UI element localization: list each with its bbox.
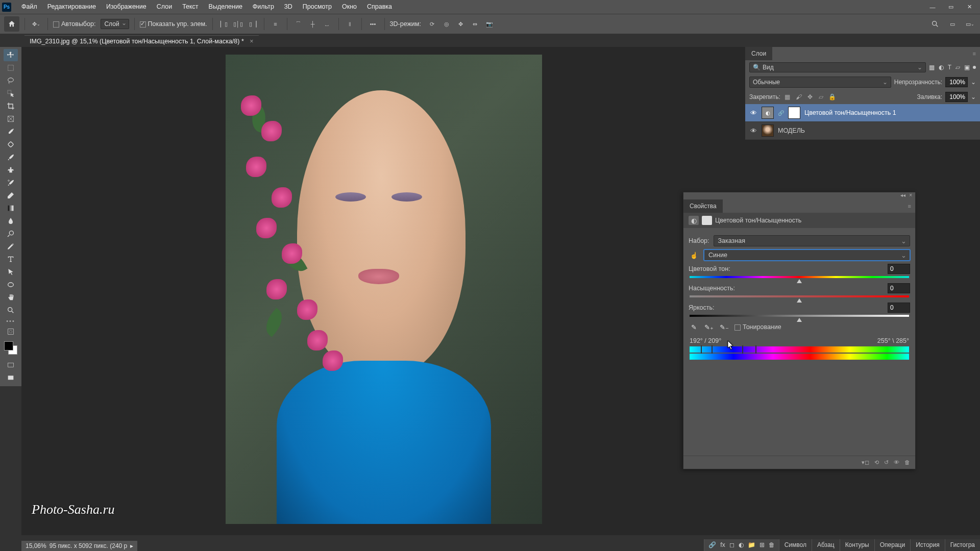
menu-window[interactable]: Окно xyxy=(337,0,362,14)
tab-close-icon[interactable]: × xyxy=(250,38,253,45)
status-menu-icon[interactable]: ▸ xyxy=(130,542,133,549)
menu-view[interactable]: Просмотр xyxy=(298,0,337,14)
menu-edit[interactable]: Редактирование xyxy=(42,0,101,14)
zoom-readout[interactable]: 15,06% xyxy=(26,542,46,549)
type-tool[interactable] xyxy=(4,253,18,265)
opacity-input[interactable]: 100% xyxy=(945,77,968,87)
zoom-tool[interactable] xyxy=(4,304,18,316)
gradient-tool[interactable] xyxy=(4,202,18,214)
new-layer-icon[interactable]: ⊞ xyxy=(760,541,765,549)
lock-all-icon[interactable]: 🔒 xyxy=(828,93,837,101)
delete-layer-icon[interactable]: 🗑 xyxy=(769,541,775,549)
align-top-icon[interactable]: ⎴ xyxy=(292,18,305,30)
targeted-adjust-icon[interactable]: ☝ xyxy=(689,249,700,261)
color-range-gradient-top[interactable] xyxy=(690,346,909,353)
document-canvas[interactable] xyxy=(226,55,542,524)
search-icon[interactable] xyxy=(929,18,941,30)
move-tool-icon[interactable]: ✥⌄ xyxy=(30,18,42,30)
toggle-visibility-icon[interactable]: 👁 xyxy=(894,459,899,466)
more-options-icon[interactable]: ••• xyxy=(367,18,379,30)
align-right-icon[interactable]: ▯▕ xyxy=(247,18,259,30)
lock-position-icon[interactable]: ✥ xyxy=(806,93,814,101)
layer-name[interactable]: МОДЕЛЬ xyxy=(778,127,805,134)
close-panel-icon[interactable]: × xyxy=(909,192,912,198)
mask-icon[interactable] xyxy=(702,216,712,225)
eraser-tool[interactable] xyxy=(4,189,18,202)
eyedropper-plus-icon[interactable]: ✎₊ xyxy=(704,322,714,332)
window-minimize[interactable]: — xyxy=(924,2,941,12)
filter-toggle[interactable] xyxy=(973,66,976,69)
edit-toolbar-icon[interactable]: ••• xyxy=(6,318,15,324)
menu-image[interactable]: Изображение xyxy=(101,0,152,14)
tab-paragraph[interactable]: Абзац xyxy=(812,539,840,551)
tab-history[interactable]: История xyxy=(911,539,945,551)
menu-3d[interactable]: 3D xyxy=(279,0,298,14)
hue-input[interactable]: 0 xyxy=(888,264,910,274)
hand-tool[interactable] xyxy=(4,291,18,304)
align-center-h-icon[interactable]: ▯│▯ xyxy=(232,18,244,30)
channel-select[interactable]: Синие xyxy=(704,249,910,261)
visibility-icon[interactable]: 👁 xyxy=(749,127,757,135)
delete-adjustment-icon[interactable]: 🗑 xyxy=(904,459,910,466)
menu-filter[interactable]: Фильтр xyxy=(248,0,279,14)
workspace-menu-icon[interactable]: ▭⌄ xyxy=(964,18,976,30)
show-transform-checkbox[interactable] xyxy=(140,21,146,28)
dodge-tool[interactable] xyxy=(4,228,18,240)
hue-slider[interactable] xyxy=(690,276,909,278)
quick-mask-icon[interactable] xyxy=(4,325,18,338)
camera3d-icon[interactable]: 📷 xyxy=(483,18,496,30)
new-adjustment-icon[interactable]: ◐ xyxy=(739,541,744,549)
menu-select[interactable]: Выделение xyxy=(204,0,248,14)
window-maximize[interactable]: ▭ xyxy=(942,2,960,12)
collapse-icon[interactable]: ◂◂ xyxy=(900,192,905,198)
layer-thumb[interactable] xyxy=(762,124,774,137)
lightness-slider[interactable] xyxy=(690,315,909,317)
lock-pixels-icon[interactable]: 🖌 xyxy=(795,93,803,101)
properties-panel-menu-icon[interactable]: ≡ xyxy=(904,201,915,211)
filter-shape-icon[interactable]: ▱ xyxy=(955,64,960,71)
fill-menu-icon[interactable]: ⌄ xyxy=(971,93,976,101)
auto-select-checkbox[interactable] xyxy=(53,21,59,28)
saturation-slider[interactable] xyxy=(690,295,909,297)
layer-row-hue-sat[interactable]: 👁 ◐ 🔗 Цветовой тон/Насыщенность 1 xyxy=(745,104,980,122)
link-icon[interactable]: 🔗 xyxy=(778,110,784,116)
menu-file[interactable]: Файл xyxy=(16,0,42,14)
layer-name[interactable]: Цветовой тон/Насыщенность 1 xyxy=(804,109,896,116)
brush-tool[interactable] xyxy=(4,151,18,163)
blur-tool[interactable] xyxy=(4,215,18,227)
layer-mask-thumb[interactable] xyxy=(788,107,800,119)
pan3d-icon[interactable]: ✥ xyxy=(455,18,467,30)
orbit3d-icon[interactable]: ⟳ xyxy=(426,18,438,30)
slide3d-icon[interactable]: ⇔ xyxy=(469,18,481,30)
lock-transparent-icon[interactable]: ▦ xyxy=(783,93,792,101)
pen-tool[interactable] xyxy=(4,240,18,253)
layer-style-icon[interactable]: fx xyxy=(720,541,725,549)
eyedropper-icon[interactable]: ✎ xyxy=(689,322,699,332)
preset-select[interactable]: Заказная xyxy=(714,235,910,246)
eyedropper-tool[interactable] xyxy=(4,126,18,138)
tab-symbol[interactable]: Символ xyxy=(779,539,812,551)
screen-mode-full-icon[interactable] xyxy=(4,372,18,384)
lasso-tool[interactable] xyxy=(4,74,18,87)
screen-mode-icon[interactable] xyxy=(4,359,18,371)
align-left-icon[interactable]: ▏▯ xyxy=(218,18,230,30)
marquee-tool[interactable] xyxy=(4,62,18,74)
filter-smart-icon[interactable]: ▣ xyxy=(964,64,970,71)
window-close[interactable]: ✕ xyxy=(961,2,978,12)
distribute-v-icon[interactable]: ⫴ xyxy=(344,18,356,30)
workspace-icon[interactable]: ▭ xyxy=(946,18,959,30)
filter-adjust-icon[interactable]: ◐ xyxy=(939,64,944,71)
eyedropper-minus-icon[interactable]: ✎₋ xyxy=(719,322,729,332)
filter-pixel-icon[interactable]: ▦ xyxy=(929,64,935,71)
distribute-icon[interactable]: ≡ xyxy=(270,18,282,30)
properties-tab[interactable]: Свойства xyxy=(683,199,723,213)
crop-tool[interactable] xyxy=(4,100,18,112)
menu-help[interactable]: Справка xyxy=(362,0,397,14)
align-middle-icon[interactable]: ┼ xyxy=(307,18,319,30)
tab-paths[interactable]: Контуры xyxy=(840,539,874,551)
visibility-icon[interactable]: 👁 xyxy=(749,109,757,117)
saturation-input[interactable]: 0 xyxy=(888,283,910,293)
colorize-checkbox[interactable] xyxy=(734,324,741,331)
layer-mask-icon[interactable]: ◻ xyxy=(729,541,734,549)
document-tab[interactable]: IMG_2310.jpg @ 15,1% (Цветовой тон/Насыщ… xyxy=(24,35,259,47)
